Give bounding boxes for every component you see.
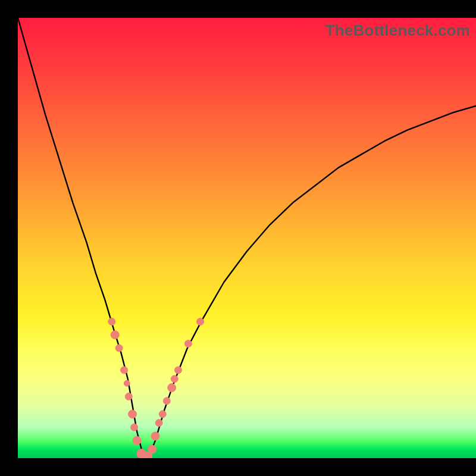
plot-area: TheBottleneck.com xyxy=(18,18,476,458)
bottom-frame-bar xyxy=(0,458,476,476)
data-marker xyxy=(151,432,159,440)
data-marker xyxy=(197,318,204,325)
data-marker xyxy=(111,331,119,339)
chart-svg xyxy=(18,18,476,458)
data-marker xyxy=(121,367,128,374)
data-marker xyxy=(171,375,178,383)
data-marker xyxy=(148,445,156,453)
data-marker xyxy=(155,419,162,427)
data-marker xyxy=(124,380,130,386)
data-marker xyxy=(159,411,166,418)
data-marker xyxy=(163,397,170,405)
chart-frame: TheBottleneck.com xyxy=(0,0,476,476)
data-marker xyxy=(125,393,132,400)
data-marker xyxy=(108,318,115,325)
data-marker xyxy=(168,384,176,392)
data-marker xyxy=(133,436,141,444)
data-marker xyxy=(115,345,123,352)
bottleneck-curve xyxy=(18,18,476,458)
data-marker xyxy=(129,410,137,418)
data-marker xyxy=(131,424,138,431)
data-marker xyxy=(175,367,182,374)
data-marker xyxy=(184,340,192,347)
